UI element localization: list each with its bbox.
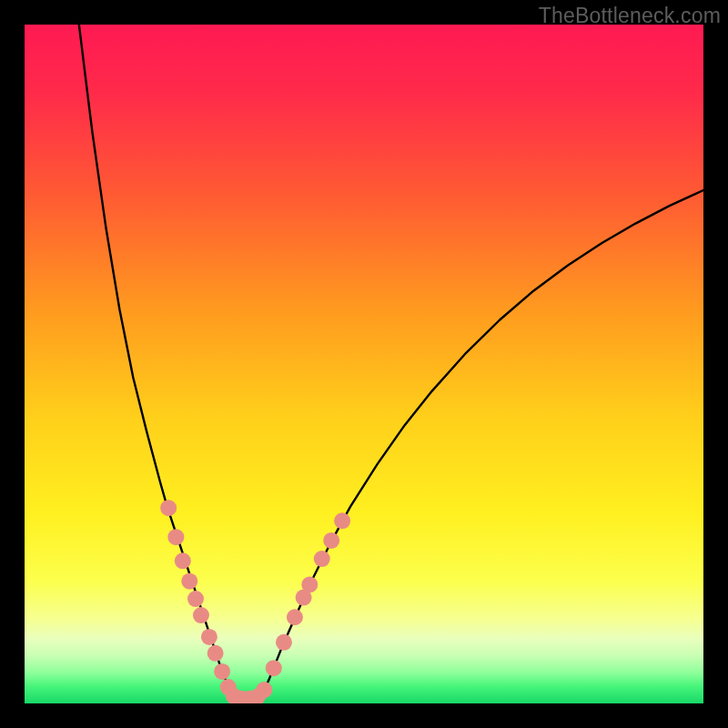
watermark-text: TheBottleneck.com <box>539 4 721 28</box>
outer-frame: TheBottleneck.com <box>0 0 728 728</box>
data-marker <box>187 591 204 607</box>
data-marker <box>266 660 282 676</box>
data-marker <box>256 682 272 698</box>
data-marker <box>314 551 330 567</box>
data-marker <box>287 609 303 625</box>
plot-area <box>25 25 703 703</box>
data-marker <box>276 634 292 651</box>
data-marker <box>207 645 224 662</box>
data-marker <box>323 532 339 549</box>
bottleneck-curve <box>78 25 703 700</box>
data-marker <box>175 552 191 569</box>
data-marker <box>193 607 209 623</box>
data-marker <box>201 629 217 645</box>
data-marker <box>301 576 318 592</box>
data-marker <box>214 663 230 680</box>
data-marker <box>181 573 197 590</box>
data-marker <box>160 500 177 516</box>
data-marker <box>334 512 350 529</box>
chart-svg <box>25 25 703 703</box>
data-marker <box>167 529 184 545</box>
